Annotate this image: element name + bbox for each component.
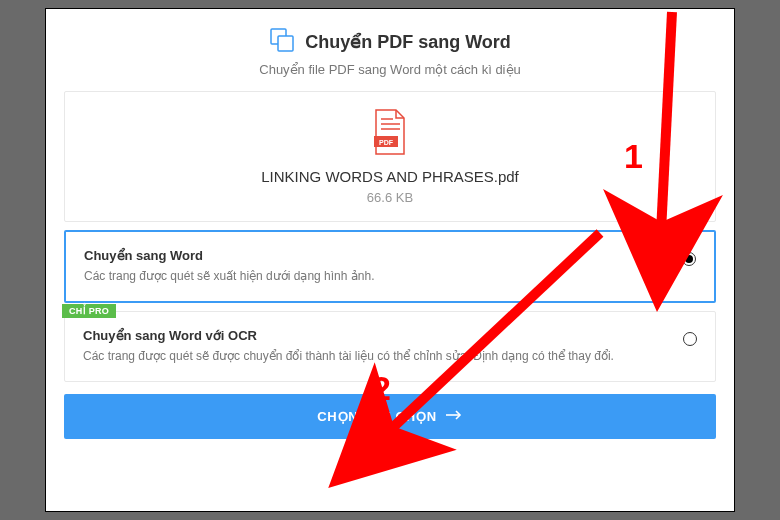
svg-text:PDF: PDF: [379, 139, 394, 146]
pro-badge: CHỈ PRO: [62, 304, 116, 318]
option-title: Chuyển sang Word: [84, 248, 662, 263]
file-card: PDF LINKING WORDS AND PHRASES.pdf 66.6 K…: [64, 91, 716, 222]
page-title: Chuyển PDF sang Word: [305, 31, 511, 53]
header: Chuyển PDF sang Word Chuyển file PDF san…: [64, 27, 716, 77]
option-desc: Các trang được quét sẽ được chuyển đổi t…: [83, 347, 663, 365]
option-text: Chuyển sang Word với OCR Các trang được …: [83, 328, 683, 365]
convert-icon: [269, 27, 295, 57]
app-panel: Chuyển PDF sang Word Chuyển file PDF san…: [45, 8, 735, 512]
file-size: 66.6 KB: [65, 190, 715, 205]
cta-label: CHỌN TÙY CHỌN: [317, 409, 437, 424]
arrow-right-icon: [445, 409, 463, 424]
option-convert-word[interactable]: Chuyển sang Word Các trang được quét sẽ …: [64, 230, 716, 303]
radio-icon[interactable]: [683, 332, 697, 346]
option-title: Chuyển sang Word với OCR: [83, 328, 663, 343]
page-subtitle: Chuyển file PDF sang Word một cách kì di…: [64, 62, 716, 77]
choose-option-button[interactable]: CHỌN TÙY CHỌN: [64, 394, 716, 439]
file-name: LINKING WORDS AND PHRASES.pdf: [65, 168, 715, 185]
option-convert-word-ocr[interactable]: CHỈ PRO Chuyển sang Word với OCR Các tra…: [64, 311, 716, 382]
title-row: Chuyển PDF sang Word: [64, 27, 716, 57]
option-text: Chuyển sang Word Các trang được quét sẽ …: [84, 248, 682, 285]
option-desc: Các trang được quét sẽ xuất hiện dưới dạ…: [84, 267, 662, 285]
pdf-file-icon: PDF: [65, 108, 715, 160]
radio-icon[interactable]: [682, 252, 696, 266]
svg-rect-1: [278, 36, 293, 51]
